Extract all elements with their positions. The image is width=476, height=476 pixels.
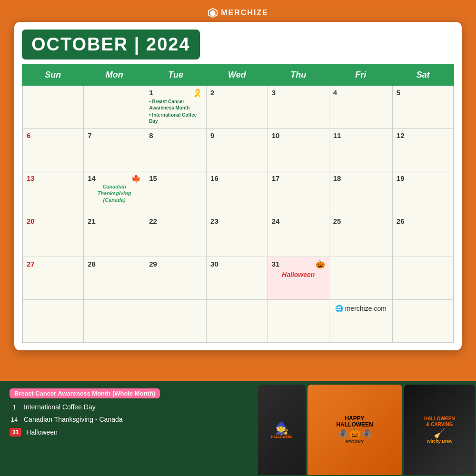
day-number: 2 (210, 89, 214, 97)
table-row (268, 299, 329, 342)
table-row: 4 (329, 85, 392, 128)
table-row (84, 85, 145, 128)
calendar-week-6: 🌐 merchize.com (22, 299, 454, 342)
day-number: 3 (272, 89, 276, 97)
table-row (145, 299, 207, 342)
legend-item-halloween: 31 Halloween (10, 428, 248, 436)
table-row: 3 (268, 85, 329, 128)
calendar-week-4: 20 21 22 23 24 25 26 (22, 214, 454, 257)
table-row: 30 (207, 257, 268, 299)
day-number: 24 (272, 217, 280, 225)
col-tue: Tue (145, 65, 207, 85)
table-row: 31 🎃 Halloween (268, 257, 329, 299)
calendar-week-2: 6 7 8 9 10 11 12 (22, 128, 454, 171)
col-sun: Sun (22, 65, 84, 85)
day-number: 16 (210, 174, 218, 182)
event-coffee-day: • International Coffee Day (149, 112, 202, 124)
tshirt-images-area: 🧙 HALLOWEEN HAPPYHALLOWEEN 🕷️🎃🕷️ SPOOKY … (257, 381, 476, 476)
event-thanksgiving: Canadian Thanksgiving (Canada) (88, 183, 141, 204)
logo-text: MERCHIZE (221, 9, 268, 17)
table-row (392, 257, 454, 299)
day-number: 1 (149, 89, 153, 97)
table-row: 8 (145, 128, 207, 171)
day-number: 7 (88, 131, 91, 139)
day-number: 5 (397, 89, 400, 97)
website-url: merchize.com (345, 305, 387, 312)
legend-item-coffee: 1 International Coffee Day (10, 403, 248, 411)
bottom-section: Breast Cancer Awareness Month (Whole Mon… (0, 381, 476, 476)
day-number: 30 (210, 260, 218, 268)
table-row: 23 (207, 214, 268, 257)
calendar-header-row: Sun Mon Tue Wed Thu Fri Sat (22, 65, 454, 85)
day-number: 21 (88, 217, 96, 225)
table-row: 29 (145, 257, 207, 299)
table-row: 25 (329, 214, 392, 257)
tshirt-2-label: HAPPYHALLOWEEN 🕷️🎃🕷️ SPOOKY (334, 414, 375, 446)
table-row: 5 (392, 85, 454, 128)
event-halloween: Halloween (272, 271, 325, 278)
event-breast-cancer: • Breast Cancer Awareness Month (149, 99, 202, 111)
day-number: 28 (88, 260, 96, 268)
top-background: MERCHIZE OCTOBER | 2024 Sun Mon Tue Wed … (0, 0, 476, 381)
tshirt-2: HAPPYHALLOWEEN 🕷️🎃🕷️ SPOOKY (307, 385, 402, 475)
table-row: 17 (268, 171, 329, 214)
legend-num-coffee: 1 (10, 404, 19, 411)
day-number: 25 (333, 217, 341, 225)
table-row (22, 85, 84, 128)
day-number: 18 (333, 174, 341, 182)
col-mon: Mon (84, 65, 145, 85)
legend-label-coffee: International Coffee Day (24, 403, 96, 411)
table-row: 27 (22, 257, 84, 299)
tshirt-3-label: HALLOWEEN& CARVING 🧹 Witchy Brew (422, 414, 456, 446)
table-row: 18 (329, 171, 392, 214)
calendar-table: Sun Mon Tue Wed Thu Fri Sat 1 (22, 64, 454, 343)
day-number: 10 (272, 131, 280, 139)
table-row: 2 (207, 85, 268, 128)
cell-header: 1 🎗️ (149, 89, 202, 98)
cell-header: 14 🍁 (88, 174, 141, 183)
col-fri: Fri (329, 65, 392, 85)
calendar-week-1: 1 🎗️ • Breast Cancer Awareness Month • I… (22, 85, 454, 128)
cell-header: 31 🎃 (272, 260, 325, 269)
legend-label-thanksgiving: Canadian Thanksgiving - Canada (24, 416, 123, 423)
calendar-container: OCTOBER | 2024 Sun Mon Tue Wed Thu Fri S… (14, 22, 462, 350)
day-number: 31 (272, 260, 280, 268)
table-row: 20 (22, 214, 84, 257)
day-number: 11 (333, 131, 341, 139)
day-number: 15 (149, 174, 157, 182)
logo-icon (208, 8, 218, 18)
legend-num-thanksgiving: 14 (10, 416, 19, 423)
table-row: 21 (84, 214, 145, 257)
logo-bar: MERCHIZE (10, 5, 466, 22)
breast-cancer-badge: Breast Cancer Awareness Month (Whole Mon… (10, 388, 160, 398)
table-row: 26 (392, 214, 454, 257)
tshirt-1: 🧙 HALLOWEEN (258, 385, 306, 475)
day-number: 22 (149, 217, 157, 225)
day-number: 9 (210, 131, 214, 139)
table-row: 14 🍁 Canadian Thanksgiving (Canada) (84, 171, 145, 214)
day-number: 4 (333, 89, 337, 97)
table-row: 11 (329, 128, 392, 171)
table-row: 12 (392, 128, 454, 171)
table-row (392, 299, 454, 342)
col-wed: Wed (207, 65, 268, 85)
legend-area: Breast Cancer Awareness Month (Whole Mon… (0, 381, 257, 476)
day-number: 27 (27, 260, 35, 268)
tshirt-row: 🧙 HALLOWEEN HAPPYHALLOWEEN 🕷️🎃🕷️ SPOOKY … (257, 381, 476, 476)
table-row: 15 (145, 171, 207, 214)
day-number: 23 (210, 217, 218, 225)
table-row: 7 (84, 128, 145, 171)
day-number: 17 (272, 174, 280, 182)
day-number: 29 (149, 260, 157, 268)
globe-icon: 🌐 (335, 305, 343, 312)
website-link: 🌐 merchize.com (335, 305, 387, 312)
table-row: 22 (145, 214, 207, 257)
table-row: 6 (22, 128, 84, 171)
table-row: 16 (207, 171, 268, 214)
table-row: 13 (22, 171, 84, 214)
breast-cancer-icon: 🎗️ (193, 89, 202, 98)
website-area: 🌐 merchize.com (333, 303, 388, 314)
day-number: 13 (27, 174, 35, 182)
legend-num-halloween: 31 (10, 428, 21, 436)
svg-marker-1 (210, 10, 216, 17)
